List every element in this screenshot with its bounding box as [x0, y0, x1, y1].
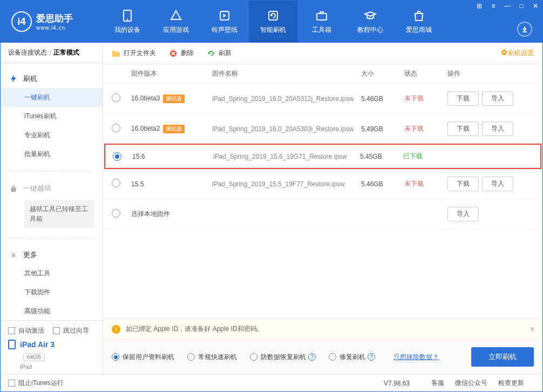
- firmware-version: 16.0beta3: [131, 94, 160, 102]
- sidebar-item-oneclick-flash[interactable]: 一键刷机: [1, 88, 103, 107]
- flash-icon: [9, 75, 18, 83]
- firmware-row[interactable]: 16.0beta3测试版iPad_Spring_2019_16.0_20A531…: [103, 84, 542, 114]
- firmware-status: 未下载: [404, 179, 447, 188]
- firmware-radio[interactable]: [113, 152, 121, 161]
- firmware-size: 5.46GB: [361, 180, 404, 188]
- tab-smart-flash[interactable]: 智能刷机: [249, 1, 297, 43]
- flash-settings-button[interactable]: 刷机设置: [500, 49, 534, 58]
- firmware-row[interactable]: 15.6iPad_Spring_2019_15.6_19G71_Restore.…: [104, 144, 541, 169]
- beta-tag: 测试版: [163, 125, 185, 133]
- firmware-name: iPad_Spring_2019_15.5_19F77_Restore.ipsw: [212, 180, 361, 188]
- tab-tutorial[interactable]: 教程中心: [346, 1, 395, 43]
- download-button[interactable]: 下载: [447, 177, 479, 191]
- tab-ringtone[interactable]: 铃声壁纸: [200, 1, 249, 43]
- device-status: 设备连接状态：正常模式: [1, 43, 103, 63]
- app-name: 爱思助手: [36, 12, 73, 25]
- tab-toolbox[interactable]: 工具箱: [297, 1, 346, 43]
- sidebar: 设备连接状态：正常模式 刷机 一键刷机 iTunes刷机 专业刷机 批量刷机 一…: [1, 43, 103, 374]
- block-itunes-checkbox[interactable]: 阻止iTunes运行: [8, 379, 64, 388]
- option-repair-flash[interactable]: 修复刷机?: [329, 353, 375, 362]
- footer-support[interactable]: 客服: [431, 379, 444, 388]
- firmware-radio[interactable]: [112, 93, 120, 102]
- device-type: iPad: [8, 363, 95, 370]
- help-icon[interactable]: ?: [368, 353, 375, 361]
- header-status: 状态: [404, 69, 447, 78]
- firmware-row[interactable]: 16.0beta2测试版iPad_Spring_2019_16.0_20A530…: [103, 114, 542, 144]
- firmware-radio[interactable]: [112, 179, 120, 187]
- device-icon: [121, 9, 134, 22]
- grid-icon[interactable]: ⊞: [475, 2, 484, 10]
- bag-icon: [412, 9, 425, 22]
- tablet-icon: [8, 340, 16, 349]
- gear-icon: [500, 49, 508, 58]
- sidebar-item-batch-flash[interactable]: 批量刷机: [1, 145, 103, 164]
- refresh-small-icon: [207, 49, 215, 58]
- import-button[interactable]: 导入: [447, 207, 479, 221]
- svg-rect-5: [11, 188, 16, 192]
- svg-point-7: [503, 51, 506, 54]
- beta-tag: 测试版: [163, 94, 185, 103]
- version-label: V7.98.63: [384, 380, 410, 387]
- firmware-status: 未下载: [404, 94, 447, 103]
- erase-data-link[interactable]: 只想抹除数据？: [393, 353, 439, 362]
- footer-check-update[interactable]: 检查更新: [498, 379, 524, 388]
- tab-my-device[interactable]: 我的设备: [103, 1, 152, 43]
- apps-icon: [169, 9, 182, 22]
- download-button[interactable]: 下载: [447, 121, 479, 136]
- footer: 阻止iTunes运行 V7.98.63 客服 微信公众号 检查更新: [1, 374, 542, 391]
- connected-device[interactable]: iPad Air 3: [8, 340, 95, 349]
- open-folder-button[interactable]: 打开文件夹: [112, 49, 156, 58]
- download-button[interactable]: 下载: [447, 91, 479, 106]
- sidebar-group-flash[interactable]: 刷机: [1, 70, 103, 88]
- sidebar-item-advanced[interactable]: 高级功能: [1, 302, 103, 320]
- jailbreak-notice: 越狱工具已转移至工具箱: [24, 200, 94, 228]
- window-controls: ⊞ ≡ — □ ✕: [475, 2, 540, 10]
- header-size: 大小: [361, 69, 404, 78]
- delete-button[interactable]: 删除: [169, 49, 194, 58]
- auto-activate-checkbox[interactable]: [8, 327, 15, 334]
- sidebar-bottom: 自动激活 跳过向导 iPad Air 3 64GB iPad: [1, 320, 103, 374]
- option-quick-flash[interactable]: 常规快速刷机: [187, 353, 237, 362]
- option-anti-recovery[interactable]: 防数据恢复刷机?: [250, 353, 316, 362]
- folder-icon: [112, 49, 120, 58]
- minimize-icon[interactable]: —: [503, 2, 512, 10]
- local-firmware-row[interactable]: 选择本地固件导入: [103, 199, 542, 229]
- import-button[interactable]: 导入: [482, 121, 513, 136]
- maximize-icon[interactable]: □: [517, 2, 526, 10]
- firmware-radio[interactable]: [112, 209, 120, 218]
- option-keep-data[interactable]: 保留用户资料刷机: [112, 353, 174, 362]
- table-header: 固件版本 固件名称 大小 状态 操作: [103, 64, 542, 84]
- app-site: www.i4.cn: [36, 25, 73, 31]
- firmware-status: 已下载: [403, 152, 446, 161]
- skip-guide-checkbox[interactable]: [53, 327, 60, 334]
- sidebar-item-pro-flash[interactable]: 专业刷机: [1, 126, 103, 145]
- firmware-name: iPad_Spring_2019_16.0_20A5312j_Restore.i…: [212, 95, 361, 103]
- footer-wechat[interactable]: 微信公众号: [455, 379, 487, 388]
- close-icon[interactable]: ✕: [531, 2, 540, 10]
- firmware-version: 15.6: [132, 153, 145, 160]
- sidebar-group-more[interactable]: ≡ 更多: [1, 246, 103, 264]
- sidebar-item-download-firmware[interactable]: 下载固件: [1, 283, 103, 302]
- logo-icon: i4: [11, 11, 32, 32]
- download-indicator-icon[interactable]: [517, 22, 532, 37]
- firmware-status: 未下载: [404, 124, 447, 133]
- sidebar-item-other-tools[interactable]: 其他工具: [1, 264, 103, 283]
- toolbar: 打开文件夹 删除 刷新 刷机设置: [103, 43, 542, 64]
- tab-store[interactable]: 爱思商城: [395, 1, 443, 43]
- firmware-row[interactable]: 15.5iPad_Spring_2019_15.5_19F77_Restore.…: [103, 169, 542, 199]
- help-icon[interactable]: ?: [308, 353, 316, 361]
- sidebar-group-jailbreak[interactable]: 一键越狱: [1, 179, 103, 198]
- bottom-panel: ! 如已绑定 Apple ID，请准备好 Apple ID和密码。 × 保留用户…: [103, 319, 542, 374]
- warning-close-icon[interactable]: ×: [530, 325, 535, 334]
- import-button[interactable]: 导入: [482, 177, 513, 191]
- list-icon[interactable]: ≡: [489, 2, 498, 10]
- logo-area: i4 爱思助手 www.i4.cn: [1, 1, 103, 43]
- flash-now-button[interactable]: 立即刷机: [471, 347, 534, 367]
- import-button[interactable]: 导入: [482, 91, 513, 106]
- firmware-radio[interactable]: [112, 124, 120, 132]
- lock-icon: [9, 184, 18, 193]
- tab-apps[interactable]: 应用游戏: [152, 1, 200, 43]
- sidebar-item-itunes-flash[interactable]: iTunes刷机: [1, 107, 103, 126]
- firmware-size: 5.46GB: [361, 95, 404, 103]
- refresh-button[interactable]: 刷新: [207, 49, 232, 58]
